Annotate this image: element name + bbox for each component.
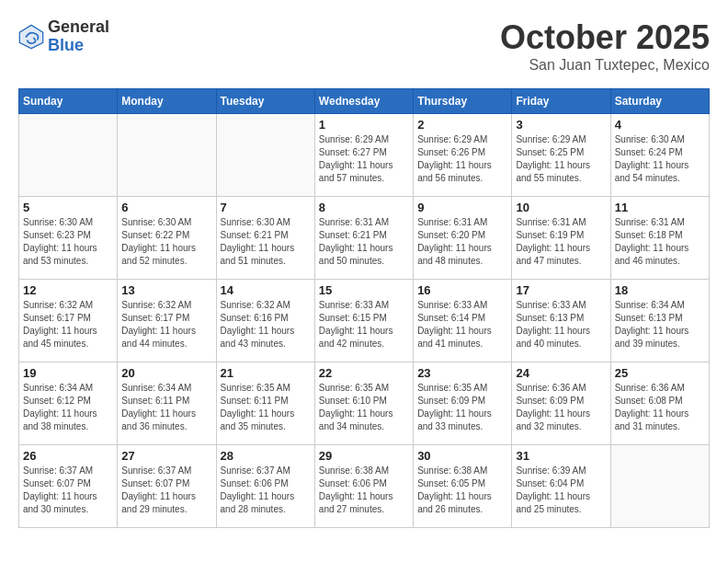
calendar-cell: 17Sunrise: 6:33 AM Sunset: 6:13 PM Dayli… <box>512 280 610 362</box>
day-info: Sunrise: 6:32 AM Sunset: 6:17 PM Dayligh… <box>23 299 113 350</box>
day-number: 30 <box>417 449 507 463</box>
calendar: SundayMondayTuesdayWednesdayThursdayFrid… <box>18 88 710 528</box>
day-number: 28 <box>221 449 311 463</box>
header-tuesday: Tuesday <box>216 89 314 114</box>
calendar-cell: 22Sunrise: 6:35 AM Sunset: 6:10 PM Dayli… <box>314 362 413 445</box>
day-number: 23 <box>417 366 507 380</box>
calendar-week-1: 1Sunrise: 6:29 AM Sunset: 6:27 PM Daylig… <box>19 114 710 197</box>
header: General Blue October 2025 San Juan Tuxte… <box>18 18 710 74</box>
day-number: 2 <box>417 118 507 132</box>
logo-icon <box>18 24 44 50</box>
calendar-cell: 20Sunrise: 6:34 AM Sunset: 6:11 PM Dayli… <box>118 362 216 445</box>
calendar-cell: 16Sunrise: 6:33 AM Sunset: 6:14 PM Dayli… <box>414 280 512 362</box>
day-number: 11 <box>615 201 705 214</box>
calendar-cell <box>216 114 314 197</box>
day-info: Sunrise: 6:35 AM Sunset: 6:09 PM Dayligh… <box>417 382 507 433</box>
day-info: Sunrise: 6:31 AM Sunset: 6:21 PM Dayligh… <box>319 216 409 268</box>
location: San Juan Tuxtepec, Mexico <box>500 57 710 74</box>
day-number: 9 <box>417 201 507 214</box>
day-number: 15 <box>319 283 409 297</box>
day-number: 6 <box>121 201 211 214</box>
calendar-week-4: 19Sunrise: 6:34 AM Sunset: 6:12 PM Dayli… <box>19 362 710 445</box>
calendar-cell: 31Sunrise: 6:39 AM Sunset: 6:04 PM Dayli… <box>512 445 610 528</box>
day-info: Sunrise: 6:30 AM Sunset: 6:21 PM Dayligh… <box>221 216 311 268</box>
day-info: Sunrise: 6:36 AM Sunset: 6:08 PM Dayligh… <box>615 382 705 433</box>
day-info: Sunrise: 6:34 AM Sunset: 6:12 PM Dayligh… <box>23 382 113 433</box>
title-area: October 2025 San Juan Tuxtepec, Mexico <box>500 18 710 74</box>
calendar-cell: 18Sunrise: 6:34 AM Sunset: 6:13 PM Dayli… <box>610 280 709 362</box>
day-number: 7 <box>221 201 311 214</box>
day-number: 18 <box>615 283 705 297</box>
day-info: Sunrise: 6:33 AM Sunset: 6:13 PM Dayligh… <box>516 299 606 350</box>
calendar-cell: 8Sunrise: 6:31 AM Sunset: 6:21 PM Daylig… <box>314 197 413 280</box>
day-info: Sunrise: 6:34 AM Sunset: 6:13 PM Dayligh… <box>615 299 705 350</box>
logo-general: General <box>48 18 109 37</box>
header-wednesday: Wednesday <box>314 89 413 114</box>
day-number: 4 <box>615 118 705 132</box>
calendar-cell: 11Sunrise: 6:31 AM Sunset: 6:18 PM Dayli… <box>610 197 709 280</box>
day-info: Sunrise: 6:33 AM Sunset: 6:14 PM Dayligh… <box>417 299 507 350</box>
calendar-cell <box>118 114 216 197</box>
calendar-cell: 6Sunrise: 6:30 AM Sunset: 6:22 PM Daylig… <box>118 197 216 280</box>
calendar-cell: 4Sunrise: 6:30 AM Sunset: 6:24 PM Daylig… <box>610 114 709 197</box>
header-friday: Friday <box>512 89 610 114</box>
day-info: Sunrise: 6:31 AM Sunset: 6:20 PM Dayligh… <box>417 216 507 268</box>
day-info: Sunrise: 6:38 AM Sunset: 6:05 PM Dayligh… <box>417 465 507 516</box>
day-info: Sunrise: 6:35 AM Sunset: 6:10 PM Dayligh… <box>319 382 409 433</box>
day-number: 31 <box>516 449 606 463</box>
day-info: Sunrise: 6:39 AM Sunset: 6:04 PM Dayligh… <box>516 465 606 516</box>
calendar-header-row: SundayMondayTuesdayWednesdayThursdayFrid… <box>19 89 710 114</box>
logo-blue: Blue <box>48 37 109 55</box>
day-number: 10 <box>516 201 606 214</box>
day-number: 20 <box>121 366 211 380</box>
day-number: 24 <box>516 366 606 380</box>
day-info: Sunrise: 6:37 AM Sunset: 6:07 PM Dayligh… <box>23 465 113 516</box>
calendar-cell: 5Sunrise: 6:30 AM Sunset: 6:23 PM Daylig… <box>19 197 118 280</box>
calendar-cell: 1Sunrise: 6:29 AM Sunset: 6:27 PM Daylig… <box>314 114 413 197</box>
calendar-cell: 13Sunrise: 6:32 AM Sunset: 6:17 PM Dayli… <box>118 280 216 362</box>
month-title: October 2025 <box>500 18 710 57</box>
header-monday: Monday <box>118 89 216 114</box>
calendar-cell: 29Sunrise: 6:38 AM Sunset: 6:06 PM Dayli… <box>314 445 413 528</box>
calendar-cell: 14Sunrise: 6:32 AM Sunset: 6:16 PM Dayli… <box>216 280 314 362</box>
day-info: Sunrise: 6:32 AM Sunset: 6:16 PM Dayligh… <box>221 299 311 350</box>
calendar-cell: 9Sunrise: 6:31 AM Sunset: 6:20 PM Daylig… <box>414 197 512 280</box>
day-info: Sunrise: 6:32 AM Sunset: 6:17 PM Dayligh… <box>121 299 211 350</box>
day-number: 3 <box>516 118 606 132</box>
calendar-cell: 25Sunrise: 6:36 AM Sunset: 6:08 PM Dayli… <box>610 362 709 445</box>
calendar-cell: 2Sunrise: 6:29 AM Sunset: 6:26 PM Daylig… <box>414 114 512 197</box>
calendar-cell: 24Sunrise: 6:36 AM Sunset: 6:09 PM Dayli… <box>512 362 610 445</box>
day-info: Sunrise: 6:33 AM Sunset: 6:15 PM Dayligh… <box>319 299 409 350</box>
calendar-cell: 30Sunrise: 6:38 AM Sunset: 6:05 PM Dayli… <box>414 445 512 528</box>
day-number: 16 <box>417 283 507 297</box>
day-info: Sunrise: 6:30 AM Sunset: 6:23 PM Dayligh… <box>23 216 113 268</box>
day-number: 13 <box>121 283 211 297</box>
logo: General Blue <box>18 18 109 55</box>
calendar-cell: 21Sunrise: 6:35 AM Sunset: 6:11 PM Dayli… <box>216 362 314 445</box>
header-sunday: Sunday <box>19 89 118 114</box>
day-number: 5 <box>23 201 113 214</box>
day-info: Sunrise: 6:29 AM Sunset: 6:26 PM Dayligh… <box>417 133 507 185</box>
calendar-week-3: 12Sunrise: 6:32 AM Sunset: 6:17 PM Dayli… <box>19 280 710 362</box>
calendar-cell: 3Sunrise: 6:29 AM Sunset: 6:25 PM Daylig… <box>512 114 610 197</box>
day-number: 27 <box>121 449 211 463</box>
calendar-cell: 7Sunrise: 6:30 AM Sunset: 6:21 PM Daylig… <box>216 197 314 280</box>
day-number: 21 <box>221 366 311 380</box>
day-number: 25 <box>615 366 705 380</box>
calendar-cell: 27Sunrise: 6:37 AM Sunset: 6:07 PM Dayli… <box>118 445 216 528</box>
day-info: Sunrise: 6:30 AM Sunset: 6:22 PM Dayligh… <box>121 216 211 268</box>
day-info: Sunrise: 6:35 AM Sunset: 6:11 PM Dayligh… <box>221 382 311 433</box>
header-saturday: Saturday <box>610 89 709 114</box>
calendar-cell: 28Sunrise: 6:37 AM Sunset: 6:06 PM Dayli… <box>216 445 314 528</box>
day-info: Sunrise: 6:34 AM Sunset: 6:11 PM Dayligh… <box>121 382 211 433</box>
day-number: 22 <box>319 366 409 380</box>
day-number: 19 <box>23 366 113 380</box>
day-number: 17 <box>516 283 606 297</box>
calendar-cell <box>19 114 118 197</box>
calendar-week-2: 5Sunrise: 6:30 AM Sunset: 6:23 PM Daylig… <box>19 197 710 280</box>
calendar-cell: 19Sunrise: 6:34 AM Sunset: 6:12 PM Dayli… <box>19 362 118 445</box>
day-info: Sunrise: 6:37 AM Sunset: 6:06 PM Dayligh… <box>221 465 311 516</box>
logo-text: General Blue <box>48 18 109 55</box>
calendar-cell: 12Sunrise: 6:32 AM Sunset: 6:17 PM Dayli… <box>19 280 118 362</box>
calendar-cell <box>610 445 709 528</box>
